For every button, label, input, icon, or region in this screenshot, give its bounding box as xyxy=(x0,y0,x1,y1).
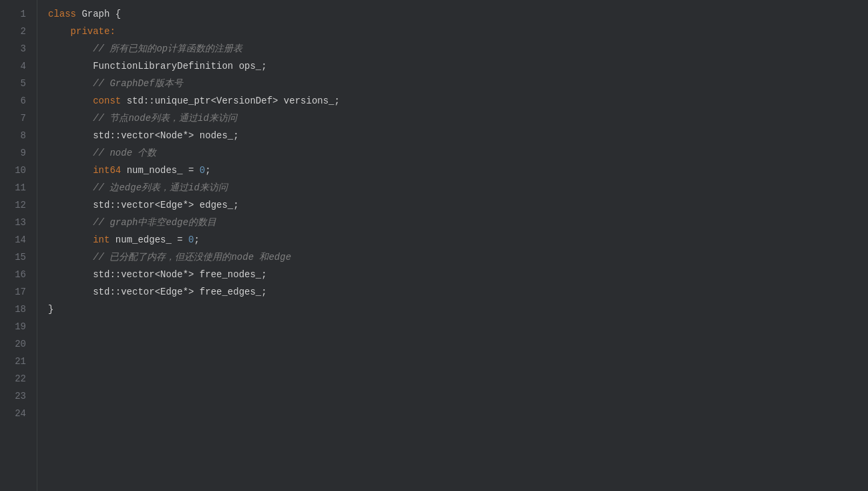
code-line-15: // 边edge列表，通过id来访问 xyxy=(37,179,868,196)
line-number-2: 2 xyxy=(0,23,37,40)
line-number-14: 14 xyxy=(0,231,37,249)
line-number-13: 13 xyxy=(0,214,37,231)
code-content[interactable]: class Graph { private: // 所有已知的op计算函数的注册… xyxy=(37,0,868,491)
code-line-10: std::vector<Node*> nodes_; xyxy=(37,127,868,144)
line-number-7: 7 xyxy=(0,110,37,127)
line-number-17: 17 xyxy=(0,283,37,301)
code-editor: 123456789101112131415161718192021222324 … xyxy=(0,0,868,491)
code-line-22: std::vector<Node*> free_nodes_; xyxy=(37,266,868,283)
code-line-13: int64 num_nodes_ = 0; xyxy=(37,162,868,179)
line-number-1: 1 xyxy=(0,5,37,23)
code-line-16: std::vector<Edge*> edges_; xyxy=(37,196,868,214)
line-number-5: 5 xyxy=(0,75,37,92)
code-line-21: // 已分配了内存，但还没使用的node 和edge xyxy=(37,249,868,266)
code-line-2: private: xyxy=(37,23,868,40)
code-line-4: FunctionLibraryDefinition ops_; xyxy=(37,57,868,75)
code-line-9: // 节点node列表，通过id来访问 xyxy=(37,110,868,127)
code-line-6: // GraphDef版本号 xyxy=(37,75,868,92)
line-number-19: 19 xyxy=(0,318,37,335)
line-number-16: 16 xyxy=(0,266,37,283)
code-line-23: std::vector<Edge*> free_edges_; xyxy=(37,283,868,301)
code-line-1: class Graph { xyxy=(37,5,868,23)
code-line-12: // node 个数 xyxy=(37,144,868,162)
line-number-15: 15 xyxy=(0,249,37,266)
code-line-19: int num_edges_ = 0; xyxy=(37,231,868,249)
line-number-8: 8 xyxy=(0,127,37,144)
line-number-23: 23 xyxy=(0,387,37,405)
line-number-20: 20 xyxy=(0,335,37,353)
line-number-9: 9 xyxy=(0,144,37,162)
line-number-6: 6 xyxy=(0,92,37,110)
line-number-4: 4 xyxy=(0,57,37,75)
code-line-7: const std::unique_ptr<VersionDef> versio… xyxy=(37,92,868,110)
line-number-18: 18 xyxy=(0,301,37,318)
code-line-3: // 所有已知的op计算函数的注册表 xyxy=(37,40,868,57)
line-number-3: 3 xyxy=(0,40,37,57)
line-numbers: 123456789101112131415161718192021222324 xyxy=(0,0,37,491)
line-number-21: 21 xyxy=(0,353,37,370)
line-number-24: 24 xyxy=(0,405,37,422)
line-number-10: 10 xyxy=(0,162,37,179)
line-number-22: 22 xyxy=(0,370,37,387)
code-line-18: // graph中非空edge的数目 xyxy=(37,214,868,231)
line-number-12: 12 xyxy=(0,196,37,214)
line-number-11: 11 xyxy=(0,179,37,196)
code-line-24: } xyxy=(37,301,868,318)
